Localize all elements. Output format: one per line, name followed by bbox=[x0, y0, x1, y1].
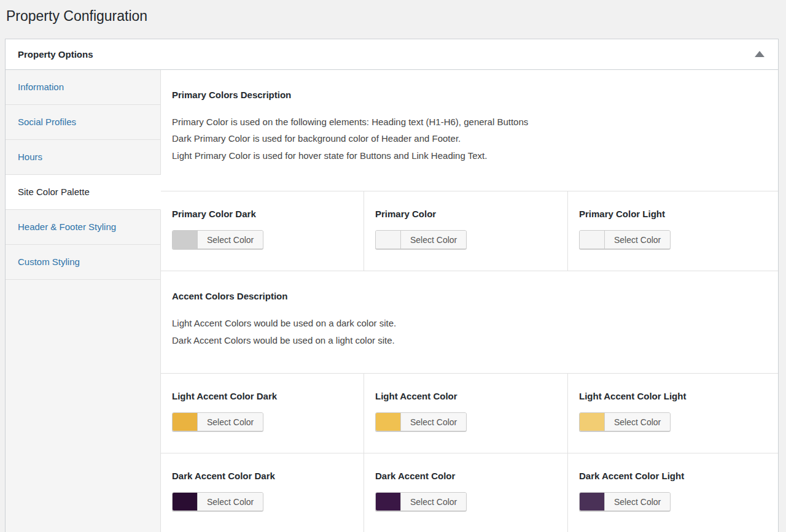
color-swatch bbox=[580, 493, 604, 511]
sidebar-item-custom-styling[interactable]: Custom Styling bbox=[6, 245, 161, 280]
color-swatch bbox=[173, 493, 197, 511]
color-field-label: Light Accent Color bbox=[375, 391, 553, 401]
select-color-label: Select Color bbox=[197, 231, 263, 249]
select-color-label: Select Color bbox=[400, 493, 466, 511]
select-color-button[interactable]: Select Color bbox=[375, 412, 467, 431]
select-color-button[interactable]: Select Color bbox=[375, 492, 467, 511]
panel-body: Information Social Profiles Hours Site C… bbox=[6, 70, 778, 532]
sidebar-filler bbox=[6, 280, 161, 532]
select-color-label: Select Color bbox=[604, 413, 670, 431]
select-color-button[interactable]: Select Color bbox=[172, 230, 263, 249]
select-color-button[interactable]: Select Color bbox=[172, 492, 263, 511]
primary-colors-row: Primary Color Dark Select Color Primary … bbox=[161, 191, 778, 271]
select-color-button[interactable]: Select Color bbox=[172, 412, 263, 431]
color-swatch bbox=[376, 413, 400, 431]
panel-collapse-toggle[interactable] bbox=[749, 43, 771, 65]
select-color-button[interactable]: Select Color bbox=[579, 492, 671, 511]
color-swatch bbox=[173, 413, 197, 431]
description-line: Light Accent Colors would be used on a d… bbox=[172, 315, 763, 332]
description-line: Dark Primary Color is used for backgroun… bbox=[172, 130, 763, 147]
description-line: Light Primary Color is used for hover st… bbox=[172, 147, 763, 164]
description-line: Dark Accent Colors would be used on a li… bbox=[172, 332, 763, 349]
color-field-label: Light Accent Color Light bbox=[579, 391, 763, 401]
select-color-button[interactable]: Select Color bbox=[579, 230, 671, 249]
settings-tab-list: Information Social Profiles Hours Site C… bbox=[6, 70, 161, 532]
color-field-label: Primary Color Dark bbox=[172, 209, 349, 219]
select-color-label: Select Color bbox=[604, 493, 670, 511]
select-color-button[interactable]: Select Color bbox=[579, 412, 671, 431]
sidebar-item-social-profiles[interactable]: Social Profiles bbox=[6, 105, 161, 140]
select-color-label: Select Color bbox=[400, 413, 466, 431]
select-color-label: Select Color bbox=[604, 231, 670, 249]
select-color-label: Select Color bbox=[197, 493, 263, 511]
color-field-label: Primary Color Light bbox=[579, 209, 763, 219]
triangle-up-icon bbox=[755, 51, 765, 57]
sidebar-item-site-color-palette[interactable]: Site Color Palette bbox=[6, 175, 161, 210]
color-swatch bbox=[580, 413, 604, 431]
color-field-label: Dark Accent Color bbox=[375, 471, 553, 481]
color-field-primary-color-light: Primary Color Light Select Color bbox=[568, 191, 778, 271]
property-options-panel: Property Options Information Social Prof… bbox=[5, 39, 779, 532]
select-color-label: Select Color bbox=[197, 413, 263, 431]
color-field-label: Light Accent Color Dark bbox=[172, 391, 349, 401]
sidebar-item-information[interactable]: Information bbox=[6, 70, 161, 105]
color-field-dark-accent-color-light: Dark Accent Color Light Select Color bbox=[568, 453, 778, 532]
select-color-label: Select Color bbox=[400, 231, 466, 249]
color-field-primary-color: Primary Color Select Color bbox=[364, 191, 568, 271]
accent-colors-description-section: Accent Colors Description Light Accent C… bbox=[161, 271, 778, 374]
primary-colors-description-section: Primary Colors Description Primary Color… bbox=[161, 70, 778, 192]
description-line: Primary Color is used on the following e… bbox=[172, 114, 763, 131]
section-heading: Accent Colors Description bbox=[172, 291, 763, 301]
sidebar-item-hours[interactable]: Hours bbox=[6, 140, 161, 175]
color-field-dark-accent-color: Dark Accent Color Select Color bbox=[364, 453, 568, 532]
section-heading: Primary Colors Description bbox=[172, 90, 763, 100]
dark-accent-colors-row: Dark Accent Color Dark Select Color Dark… bbox=[161, 453, 778, 532]
color-field-label: Dark Accent Color Light bbox=[579, 471, 763, 481]
tab-panel-site-color-palette: Primary Colors Description Primary Color… bbox=[161, 70, 778, 532]
color-field-label: Primary Color bbox=[375, 209, 553, 219]
color-field-primary-color-dark: Primary Color Dark Select Color bbox=[161, 191, 364, 271]
color-swatch bbox=[173, 231, 197, 249]
color-field-light-accent-color: Light Accent Color Select Color bbox=[364, 374, 568, 453]
panel-title: Property Options bbox=[18, 49, 93, 60]
color-field-label: Dark Accent Color Dark bbox=[172, 471, 349, 481]
page-title: Property Configuration bbox=[0, 0, 786, 26]
color-field-dark-accent-color-dark: Dark Accent Color Dark Select Color bbox=[161, 453, 364, 532]
panel-header: Property Options bbox=[6, 39, 778, 70]
light-accent-colors-row: Light Accent Color Dark Select Color Lig… bbox=[161, 374, 778, 453]
sidebar-item-header-footer-styling[interactable]: Header & Footer Styling bbox=[6, 210, 161, 245]
color-field-light-accent-color-dark: Light Accent Color Dark Select Color bbox=[161, 374, 364, 453]
color-swatch bbox=[376, 493, 400, 511]
color-swatch bbox=[376, 231, 400, 249]
select-color-button[interactable]: Select Color bbox=[375, 230, 467, 249]
color-field-light-accent-color-light: Light Accent Color Light Select Color bbox=[568, 374, 778, 453]
color-swatch bbox=[580, 231, 604, 249]
